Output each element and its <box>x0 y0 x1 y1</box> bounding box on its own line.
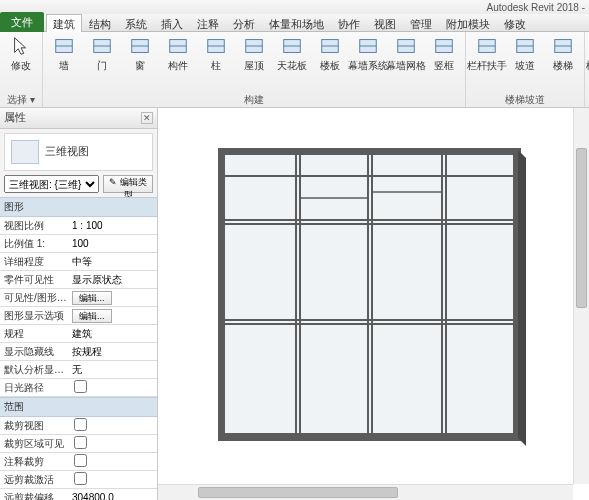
cursor-icon <box>9 34 33 58</box>
property-value <box>72 346 157 358</box>
property-row: 远剪裁激活 <box>0 471 157 489</box>
tab-file[interactable]: 文件 <box>0 12 44 32</box>
tool-竖框[interactable]: 竖框 <box>427 34 461 71</box>
property-key: 默认分析显示样式 <box>0 363 72 377</box>
tab-结构[interactable]: 结构 <box>82 14 118 32</box>
tool-楼板[interactable]: 楼板 <box>313 34 347 71</box>
property-input[interactable] <box>72 346 153 357</box>
drawing-canvas[interactable] <box>158 108 589 500</box>
property-checkbox[interactable] <box>74 472 87 485</box>
property-key: 视图比例 <box>0 219 72 233</box>
property-input[interactable] <box>72 220 153 231</box>
panel-select: 修改 选择 ▾ <box>0 32 43 107</box>
group-extents: 范围 <box>0 397 157 417</box>
property-value: 编辑... <box>72 291 157 305</box>
tab-附加模块[interactable]: 附加模块 <box>439 14 497 32</box>
tool-icon <box>318 34 342 58</box>
tool-icon <box>242 34 266 58</box>
tool-icon <box>166 34 190 58</box>
tool-modify[interactable]: 修改 <box>4 34 38 71</box>
property-checkbox[interactable] <box>74 380 87 393</box>
type-preview[interactable]: 三维视图 <box>4 133 153 171</box>
app-title: Autodesk Revit 2018 - <box>487 2 585 13</box>
tool-坡道[interactable]: 坡道 <box>508 34 542 71</box>
tool-屋顶[interactable]: 屋顶 <box>237 34 271 71</box>
property-input[interactable] <box>72 256 153 267</box>
property-key: 零件可见性 <box>0 273 72 287</box>
tool-窗[interactable]: 窗 <box>123 34 157 71</box>
property-value <box>72 274 157 286</box>
svg-marker-44 <box>518 150 526 446</box>
property-value <box>72 238 157 249</box>
tool-柱[interactable]: 柱 <box>199 34 233 71</box>
property-input[interactable] <box>72 238 153 249</box>
ribbon-tabs: 文件 建筑结构系统插入注释分析体量和场地协作视图管理附加模块修改 <box>0 14 589 32</box>
scrollbar-thumb[interactable] <box>198 487 398 498</box>
tab-系统[interactable]: 系统 <box>118 14 154 32</box>
property-input[interactable] <box>72 274 153 285</box>
tab-管理[interactable]: 管理 <box>403 14 439 32</box>
property-value <box>72 380 157 395</box>
property-key: 日光路径 <box>0 381 72 395</box>
group-graphics: 图形 <box>0 197 157 217</box>
property-value <box>72 220 157 231</box>
tool-墙[interactable]: 墙 <box>47 34 81 71</box>
property-key: 远剪裁激活 <box>0 473 72 487</box>
property-checkbox[interactable] <box>74 454 87 467</box>
tool-icon <box>551 34 575 58</box>
tool-天花板[interactable]: 天花板 <box>275 34 309 71</box>
tab-修改[interactable]: 修改 <box>497 14 533 32</box>
property-value <box>72 454 157 469</box>
property-row: 默认分析显示样式 <box>0 361 157 379</box>
property-value <box>72 256 157 268</box>
property-edit-button[interactable]: 编辑... <box>72 291 112 305</box>
tab-建筑[interactable]: 建筑 <box>46 14 82 32</box>
property-input[interactable] <box>72 492 153 500</box>
tab-协作[interactable]: 协作 <box>331 14 367 32</box>
tool-icon <box>90 34 114 58</box>
type-selector[interactable]: 三维视图: {三维} <box>4 175 99 193</box>
property-edit-button[interactable]: 编辑... <box>72 309 112 323</box>
panel-build: 墙门窗构件柱屋顶天花板楼板幕墙系统幕墙网格竖框 构建 <box>43 32 466 107</box>
tool-幕墙网格[interactable]: 幕墙网格 <box>389 34 423 71</box>
tool-icon <box>513 34 537 58</box>
property-key: 详细程度 <box>0 255 72 269</box>
tab-注释[interactable]: 注释 <box>190 14 226 32</box>
tab-视图[interactable]: 视图 <box>367 14 403 32</box>
tab-分析[interactable]: 分析 <box>226 14 262 32</box>
tab-体量和场地[interactable]: 体量和场地 <box>262 14 331 32</box>
property-key: 图形显示选项 <box>0 309 72 323</box>
tool-幕墙系统[interactable]: 幕墙系统 <box>351 34 385 71</box>
property-row: 图形显示选项编辑... <box>0 307 157 325</box>
curtain-wall-3d <box>218 148 528 448</box>
title-bar: Autodesk Revit 2018 - <box>0 0 589 14</box>
tool-icon <box>128 34 152 58</box>
property-row: 远剪裁偏移 <box>0 489 157 500</box>
property-checkbox[interactable] <box>74 418 87 431</box>
properties-title: 属性 <box>4 111 26 125</box>
tool-icon <box>475 34 499 58</box>
tab-插入[interactable]: 插入 <box>154 14 190 32</box>
tool-楼梯[interactable]: 楼梯 <box>546 34 580 71</box>
view3d-icon <box>11 140 39 164</box>
tool-构件[interactable]: 构件 <box>161 34 195 71</box>
close-icon[interactable]: ✕ <box>141 112 153 124</box>
property-input[interactable] <box>72 364 153 375</box>
property-input[interactable] <box>72 328 153 339</box>
scrollbar-horizontal[interactable] <box>158 484 573 500</box>
scrollbar-vertical[interactable] <box>573 108 589 484</box>
properties-palette: 属性 ✕ 三维视图 三维视图: {三维} ✎ 编辑类型 图形 视图比例比例值 1… <box>0 108 158 500</box>
property-list[interactable]: 图形 视图比例比例值 1:详细程度零件可见性可见性/图形替换编辑...图形显示选… <box>0 197 157 500</box>
edit-type-button[interactable]: ✎ 编辑类型 <box>103 175 153 193</box>
property-checkbox[interactable] <box>74 436 87 449</box>
property-value <box>72 328 157 340</box>
scrollbar-thumb[interactable] <box>576 148 587 308</box>
tool-icon <box>280 34 304 58</box>
property-key: 注释裁剪 <box>0 455 72 469</box>
property-row: 裁剪视图 <box>0 417 157 435</box>
tool-icon <box>52 34 76 58</box>
property-key: 裁剪视图 <box>0 419 72 433</box>
property-row: 视图比例 <box>0 217 157 235</box>
tool-门[interactable]: 门 <box>85 34 119 71</box>
tool-栏杆扶手[interactable]: 栏杆扶手 <box>470 34 504 71</box>
